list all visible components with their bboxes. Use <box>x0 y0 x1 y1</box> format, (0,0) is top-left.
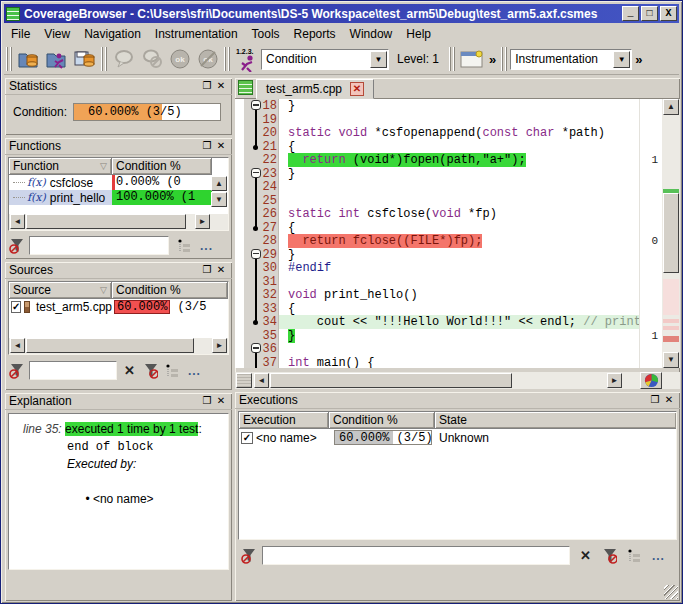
source-list-icon[interactable] <box>238 80 253 95</box>
splitter-handle[interactable] <box>236 373 252 388</box>
menu-help[interactable]: Help <box>399 25 438 43</box>
menu-reports[interactable]: Reports <box>287 25 343 43</box>
code-line[interactable]: #endif <box>279 261 639 275</box>
scroll-left-button[interactable]: ◄ <box>10 214 25 229</box>
more-options-button[interactable]: ... <box>652 547 665 565</box>
executions-col-execution[interactable]: Execution <box>239 412 329 429</box>
code-line[interactable]: { <box>279 302 639 316</box>
close-panel-icon[interactable]: ✕ <box>214 264 228 277</box>
toolbar-handle[interactable] <box>6 47 13 71</box>
float-panel-icon[interactable]: ❐ <box>200 80 214 93</box>
save-button[interactable] <box>72 46 98 72</box>
sources-filter-input[interactable] <box>29 361 117 380</box>
close-panel-icon[interactable]: ✕ <box>662 394 676 407</box>
scroll-left-button[interactable]: ◄ <box>254 373 269 388</box>
code-line[interactable]: static void *csfopenappend(const char *p… <box>279 126 639 140</box>
code-line[interactable]: } <box>279 167 639 181</box>
new-window-button[interactable] <box>459 46 485 72</box>
code-line[interactable] <box>279 275 639 289</box>
scrollbar-thumb[interactable] <box>270 373 512 388</box>
float-panel-icon[interactable]: ❐ <box>200 395 214 408</box>
open-file-button[interactable] <box>16 46 42 72</box>
executions-col-state[interactable]: State <box>435 412 676 429</box>
code-line[interactable]: return fclose((FILE*)fp); <box>279 234 639 248</box>
code-line[interactable]: cout << "!!!Hello World!!!" << endl; // … <box>279 315 639 329</box>
close-panel-icon[interactable]: ✕ <box>214 140 228 153</box>
scroll-up-button[interactable]: ▲ <box>211 176 227 191</box>
scroll-right-button[interactable]: ► <box>212 338 227 353</box>
more-options-button[interactable]: ... <box>188 362 201 380</box>
tree-view-button[interactable] <box>165 362 180 380</box>
float-panel-icon[interactable]: ❐ <box>648 394 662 407</box>
execution-checkbox[interactable]: ✓ <box>241 432 253 444</box>
code-line[interactable] <box>279 113 639 127</box>
table-row[interactable]: ✓<no name>60.000% (3/5)Unknown <box>239 429 676 446</box>
scroll-right-button[interactable]: ► <box>607 373 622 388</box>
table-row[interactable]: f(x)csfclose 0.000% (0 <box>9 175 228 190</box>
source-checkbox[interactable]: ✓ <box>11 301 21 313</box>
tab-test-arm5[interactable]: test_arm5.cpp ✕ <box>256 79 374 99</box>
code-line[interactable]: return (void*)fopen(path,"a+"); <box>279 153 639 167</box>
code-line[interactable]: } <box>279 329 639 343</box>
table-row[interactable]: f(x)print_hello 100.000% (1 <box>9 190 228 205</box>
toolbar-handle[interactable] <box>224 47 231 71</box>
code-line[interactable] <box>279 342 639 356</box>
chevron-down-icon[interactable]: ▼ <box>370 51 387 68</box>
menu-window[interactable]: Window <box>343 25 400 43</box>
scroll-left-button[interactable]: ◄ <box>10 338 25 353</box>
open-execution-button[interactable] <box>44 46 70 72</box>
menu-instrumentation[interactable]: Instrumentation <box>148 25 245 43</box>
coverage-method-combo[interactable]: Condition ▼ <box>261 49 389 70</box>
float-panel-icon[interactable]: ❐ <box>200 140 214 153</box>
menu-file[interactable]: File <box>4 25 37 43</box>
toolbar-handle[interactable] <box>449 47 456 71</box>
table-row[interactable]: ✓test_arm5.cpp60.000% (3/5 <box>9 299 228 314</box>
filter-disabled-icon[interactable] <box>9 362 25 380</box>
functions-filter-input[interactable] <box>29 236 169 255</box>
close-button[interactable]: X <box>660 6 677 21</box>
close-panel-icon[interactable]: ✕ <box>214 80 228 93</box>
menu-navigation[interactable]: Navigation <box>77 25 148 43</box>
remove-filter-icon[interactable] <box>601 547 617 565</box>
scroll-down-button[interactable]: ▼ <box>663 352 679 368</box>
close-tab-icon[interactable]: ✕ <box>350 82 364 96</box>
scrollbar-thumb[interactable] <box>663 193 679 273</box>
horizontal-scrollbar[interactable]: ◄ ► <box>9 214 228 230</box>
statistics-pie-button[interactable] <box>640 372 662 389</box>
vertical-scrollbar[interactable]: ▲ ▼ <box>662 99 680 368</box>
sources-col-condition[interactable]: Condition % <box>112 282 228 299</box>
code-line[interactable]: } <box>279 99 639 113</box>
tree-view-button[interactable] <box>627 547 642 565</box>
code-line[interactable] <box>279 180 639 194</box>
coverage-level-button[interactable]: 1.2.3. <box>234 46 260 72</box>
executions-col-condition[interactable]: Condition % <box>329 412 435 429</box>
float-panel-icon[interactable]: ❐ <box>200 264 214 277</box>
clear-filter-button[interactable]: ✕ <box>124 362 135 380</box>
functions-col-function[interactable]: Function▽ <box>9 158 112 175</box>
menu-view[interactable]: View <box>37 25 77 43</box>
sources-col-source[interactable]: Source▽ <box>9 282 112 299</box>
chevron-down-icon[interactable]: ▼ <box>613 51 630 68</box>
filter-disabled-icon[interactable] <box>9 237 25 255</box>
editor-horizontal-scrollbar[interactable]: ◄ ► <box>235 372 680 389</box>
scroll-down-button[interactable]: ▼ <box>211 192 227 207</box>
mode-combo[interactable]: Instrumentation ▼ <box>510 49 632 70</box>
more-options-button[interactable]: ... <box>200 237 213 255</box>
minimize-button[interactable]: _ <box>622 6 639 21</box>
toolbar-handle[interactable] <box>501 47 508 71</box>
code-line[interactable]: { <box>279 221 639 235</box>
code-line[interactable]: static int csfclose(void *fp) <box>279 207 639 221</box>
executions-filter-input[interactable] <box>262 546 570 565</box>
toolbar-overflow-chevron[interactable]: » <box>632 52 645 67</box>
functions-col-condition[interactable]: Condition % <box>112 158 212 175</box>
code-line[interactable]: } <box>279 248 639 262</box>
code-line[interactable]: void print_hello() <box>279 288 639 302</box>
scrollbar-thumb[interactable] <box>26 338 194 353</box>
toolbar-handle[interactable] <box>101 47 108 71</box>
code-line[interactable]: { <box>279 140 639 154</box>
horizontal-scrollbar[interactable]: ◄ ► <box>9 338 228 354</box>
clear-filter-button[interactable]: ✕ <box>580 547 591 565</box>
code-line[interactable]: int main() { <box>279 356 639 369</box>
filter-disabled-icon[interactable] <box>241 547 257 565</box>
scrollbar-thumb[interactable] <box>26 214 186 229</box>
